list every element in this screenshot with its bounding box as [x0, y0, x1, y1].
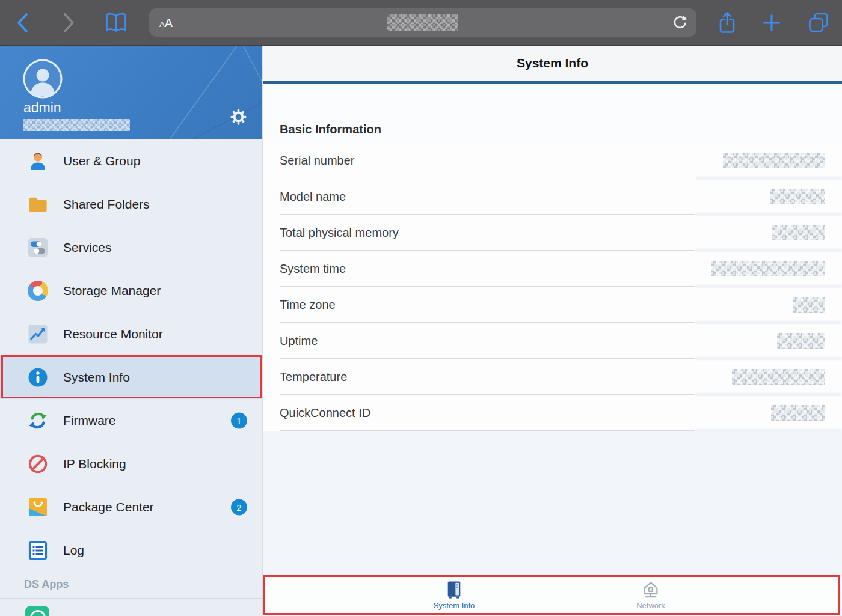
redacted-value [770, 189, 825, 204]
info-row-time-zone: Time zone [263, 287, 842, 323]
back-icon[interactable] [15, 12, 29, 34]
system-info-icon [27, 367, 49, 388]
firmware-refresh-icon [27, 410, 49, 432]
reader-view-button[interactable]: AA [159, 8, 173, 37]
redacted-value [711, 261, 825, 276]
page-title: System Info [263, 46, 842, 81]
reload-icon[interactable] [671, 14, 689, 31]
redacted-url [387, 14, 458, 31]
info-row-quickconnect-id: QuickConnect ID [263, 395, 842, 431]
info-row-serial-number: Serial number [263, 142, 842, 178]
title-underline [263, 81, 842, 84]
sidebar-menu: User & Group Shared Folders Services Sto… [0, 139, 262, 572]
tabs-overview-icon[interactable] [808, 13, 829, 33]
username: admin [23, 100, 61, 116]
sidebar-item-system-info[interactable]: System Info [0, 356, 262, 399]
main-panel: System Info Basic Information Serial num… [263, 46, 842, 616]
sidebar-user-header: admin [0, 46, 263, 139]
reader-large-a: A [165, 16, 173, 30]
redacted-value [723, 153, 825, 168]
address-bar[interactable]: AA [149, 8, 696, 37]
sidebar-item-package-center[interactable]: Package Center 2 [0, 486, 262, 529]
settings-gear-icon[interactable] [229, 108, 248, 126]
screen: AA [0, 0, 842, 616]
share-icon[interactable] [718, 11, 736, 35]
sidebar-item-ip-blocking[interactable]: IP Blocking [0, 442, 262, 486]
empty-area [263, 431, 842, 576]
section-heading: Basic Information [280, 118, 381, 141]
info-row-model-name: Model name [263, 178, 842, 215]
notification-badge: 1 [231, 413, 247, 429]
redacted-value [777, 333, 825, 349]
sidebar-divider [0, 598, 262, 599]
services-toggles-icon [27, 237, 49, 258]
ds-app-icon[interactable] [25, 606, 49, 616]
sidebar-item-log[interactable]: Log [0, 529, 262, 572]
avatar [23, 59, 63, 99]
tab-system-info[interactable]: System Info [412, 580, 496, 610]
info-row-temperature: Temperature [263, 359, 842, 395]
info-row-uptime: Uptime [263, 323, 842, 359]
tab-network[interactable]: Network [609, 580, 693, 610]
sidebar-item-resource-monitor[interactable]: Resource Monitor [0, 313, 262, 356]
network-home-icon [609, 580, 693, 600]
sidebar-item-storage-manager[interactable]: Storage Manager [0, 269, 262, 313]
resource-chart-icon [27, 323, 49, 345]
reader-small-a: A [159, 20, 165, 29]
shared-folder-icon [27, 194, 49, 215]
nas-server-icon [412, 580, 496, 600]
user-group-icon [27, 150, 49, 172]
package-bag-icon [27, 496, 49, 518]
sidebar: admin [0, 46, 263, 616]
ip-block-icon [27, 453, 49, 475]
new-tab-icon[interactable] [761, 13, 782, 33]
sidebar-item-services[interactable]: Services [0, 226, 262, 269]
sidebar-item-shared-folders[interactable]: Shared Folders [0, 183, 262, 226]
bottom-tab-bar: System Info Network [263, 576, 842, 616]
bookmarks-icon[interactable] [103, 12, 129, 34]
redacted-value [771, 405, 825, 421]
info-row-system-time: System time [263, 251, 842, 287]
notification-badge: 2 [231, 499, 247, 516]
storage-donut-icon [27, 280, 49, 302]
browser-toolbar: AA [0, 0, 842, 46]
info-row-total-physical-memory: Total physical memory [263, 215, 842, 251]
redacted-value [772, 225, 825, 240]
sidebar-item-user-group[interactable]: User & Group [0, 139, 262, 183]
forward-icon[interactable] [62, 12, 76, 34]
log-list-icon [27, 540, 49, 561]
sidebar-item-firmware[interactable]: Firmware 1 [0, 399, 262, 442]
redacted-value [732, 369, 825, 385]
basic-information-table: Serial number Model name Total physical … [263, 142, 842, 431]
redacted-value [793, 297, 825, 313]
sidebar-section-ds-apps: DS Apps [24, 578, 69, 591]
redacted-user-subtitle [23, 119, 130, 131]
